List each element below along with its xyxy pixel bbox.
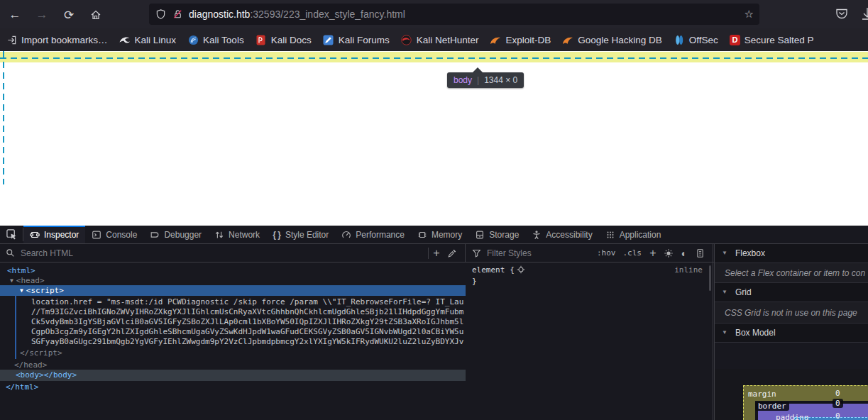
markup-row-script-selected[interactable]: ▼<script> bbox=[0, 285, 466, 296]
tab-accessibility[interactable]: Accessibility bbox=[525, 226, 598, 243]
flexbox-section-header[interactable]: ▼Flexbox bbox=[715, 244, 868, 263]
import-bookmarks-icon bbox=[6, 34, 17, 45]
shield-permissions-icon[interactable] bbox=[155, 9, 166, 20]
script-text-line[interactable]: SGFyayB0aGUgc291bmQgb2YgVGFyIEhlZWwgdm9p… bbox=[0, 336, 466, 347]
bookmark-label: Kali Tools bbox=[203, 35, 244, 45]
bookmark-label: Kali Linux bbox=[135, 35, 177, 45]
dark-theme-sim-icon[interactable]: ◐ bbox=[676, 245, 692, 261]
markup-row-script-close[interactable]: </script> bbox=[0, 348, 466, 358]
twisty-icon[interactable]: ▼ bbox=[20, 285, 23, 296]
node-infobar: body | 1344 × 0 bbox=[447, 72, 524, 88]
bookmark-import[interactable]: Import bookmarks… bbox=[6, 34, 108, 45]
border-top-value[interactable]: 0 bbox=[833, 399, 843, 408]
bookmark-kali-linux[interactable]: Kali Linux bbox=[119, 34, 177, 45]
bookmark-star-icon[interactable]: ☆ bbox=[745, 8, 754, 21]
url-bar[interactable]: diagnostic.htb:32593/223_index_style_fan… bbox=[149, 4, 759, 25]
console-icon bbox=[92, 230, 101, 240]
add-node-button[interactable]: + bbox=[429, 245, 444, 261]
markup-row-html-open[interactable]: <html> bbox=[0, 265, 466, 276]
search-html-input[interactable] bbox=[19, 248, 428, 259]
rule-selector[interactable]: element bbox=[472, 265, 505, 275]
markup-view: <html> ▼<head> ▼<script> location.href =… bbox=[0, 262, 466, 420]
section-title: Grid bbox=[735, 287, 752, 297]
script-text-line[interactable]: location.href = "ms-msdt:/id PCWDiagnost… bbox=[0, 297, 466, 307]
save-page-icon[interactable] bbox=[860, 6, 868, 23]
tab-storage[interactable]: Storage bbox=[468, 226, 525, 243]
bookmark-kali-tools[interactable]: Kali Tools bbox=[187, 34, 244, 45]
kali-linux-icon bbox=[119, 34, 131, 45]
tab-label: Memory bbox=[432, 230, 462, 240]
tab-inspector[interactable]: Inspector bbox=[23, 226, 85, 243]
tab-network[interactable]: Network bbox=[208, 226, 266, 243]
grid-hint: CSS Grid is not in use on this page bbox=[715, 302, 868, 324]
secure-salted-icon: D bbox=[730, 35, 740, 45]
tab-label: Application bbox=[620, 230, 661, 240]
bookmark-secure-salted[interactable]: D Secure Salted P bbox=[730, 35, 814, 45]
tab-performance[interactable]: Performance bbox=[335, 226, 411, 243]
bookmark-kali-nethunter[interactable]: Kali NetHunter bbox=[401, 34, 479, 45]
devtools-panel: Inspector Console Debugger Network { } S… bbox=[0, 226, 868, 420]
tab-application[interactable]: Application bbox=[599, 226, 668, 243]
home-button[interactable] bbox=[87, 6, 105, 24]
insecure-lock-icon[interactable] bbox=[172, 9, 183, 20]
styles-filter: :hov .cls + ◐ bbox=[466, 244, 713, 262]
network-icon bbox=[214, 230, 224, 240]
bookmark-google-hacking-db[interactable]: Google Hacking DB bbox=[562, 34, 662, 45]
google-hacking-db-icon bbox=[562, 34, 573, 45]
rule-element: element { inline bbox=[466, 262, 713, 275]
tab-label: Inspector bbox=[44, 230, 79, 240]
debugger-icon bbox=[150, 230, 160, 240]
pick-element-icon bbox=[6, 229, 17, 240]
bookmark-kali-forums[interactable]: Kali Forums bbox=[323, 34, 390, 45]
url-text: diagnostic.htb:32593/223_index_style_fan… bbox=[189, 9, 739, 20]
node-infobar-dimensions: 1344 × 0 bbox=[484, 75, 517, 85]
filter-styles-input[interactable] bbox=[485, 248, 593, 259]
eyedropper-button[interactable] bbox=[444, 245, 460, 261]
memory-icon bbox=[417, 230, 427, 240]
storage-icon bbox=[475, 230, 485, 240]
tab-label: Storage bbox=[489, 230, 519, 240]
forward-button[interactable]: → bbox=[33, 6, 51, 24]
tab-label: Performance bbox=[356, 230, 405, 240]
bookmark-offsec[interactable]: OffSec bbox=[674, 34, 718, 45]
offsec-icon bbox=[674, 34, 685, 45]
script-text-line[interactable]: //Tm93IGZvciBhIGNoZWVyIHRoZXkgYXJlIGhlcm… bbox=[0, 306, 466, 317]
grid-section-header[interactable]: ▼Grid bbox=[715, 283, 868, 302]
margin-top-value[interactable]: 0 bbox=[835, 389, 840, 398]
pocket-icon[interactable] bbox=[835, 6, 849, 23]
reload-button[interactable]: ⟳ bbox=[60, 6, 78, 24]
bookmarks-bar: Import bookmarks… Kali Linux Kali Tools … bbox=[0, 28, 868, 51]
markup-row-html-close[interactable]: </html> bbox=[0, 382, 466, 392]
markup-row-head-open[interactable]: ▼<head> bbox=[0, 275, 466, 286]
script-text-line[interactable]: Ck5vdyBmb3IgYSBjaGVlciB0aGV5IGFyZSBoZXJl… bbox=[0, 316, 466, 327]
back-button[interactable]: ← bbox=[6, 6, 24, 24]
tab-label: Console bbox=[106, 230, 137, 240]
pseudo-class-toggle[interactable]: :hov bbox=[593, 248, 620, 258]
rule-origin[interactable]: inline bbox=[674, 265, 703, 275]
markup-row-body[interactable]: <body></body> bbox=[0, 370, 466, 381]
tab-label: Style Editor bbox=[285, 230, 329, 240]
tab-debugger[interactable]: Debugger bbox=[143, 226, 208, 243]
tab-memory[interactable]: Memory bbox=[411, 226, 468, 243]
section-title: Box Model bbox=[735, 328, 776, 338]
page-viewport[interactable]: body | 1344 × 0 bbox=[0, 51, 868, 226]
browser-toolbar: ← → ⟳ diagnostic.htb:32593/223_index_sty… bbox=[0, 0, 868, 28]
tab-console[interactable]: Console bbox=[85, 226, 143, 243]
home-icon bbox=[90, 9, 101, 21]
twisty-icon[interactable]: ▼ bbox=[10, 275, 13, 286]
class-toggle[interactable]: .cls bbox=[620, 248, 646, 258]
bookmark-kali-docs[interactable]: Kali Docs bbox=[256, 34, 312, 45]
script-text-line[interactable]: CgpOb3cgZm9yIGEgY2hlZXIgdGhleSBhcmUgaGVy… bbox=[0, 326, 466, 337]
pick-element-button[interactable] bbox=[0, 226, 23, 243]
element-target-icon[interactable] bbox=[515, 265, 527, 275]
markup-search: + bbox=[0, 244, 466, 262]
rules-scrollbar[interactable] bbox=[709, 265, 711, 291]
boxmodel-section-header[interactable]: ▼Box Model bbox=[715, 324, 868, 343]
markup-row-head-close[interactable]: </head> bbox=[0, 360, 466, 370]
bookmark-exploit-db[interactable]: Exploit-DB bbox=[490, 34, 551, 45]
print-media-sim-icon[interactable] bbox=[692, 245, 708, 261]
padding-top-value[interactable]: 0 bbox=[835, 411, 840, 420]
light-theme-sim-icon[interactable] bbox=[661, 245, 676, 261]
tab-style-editor[interactable]: { } Style Editor bbox=[266, 226, 335, 243]
add-rule-button[interactable]: + bbox=[645, 245, 661, 261]
